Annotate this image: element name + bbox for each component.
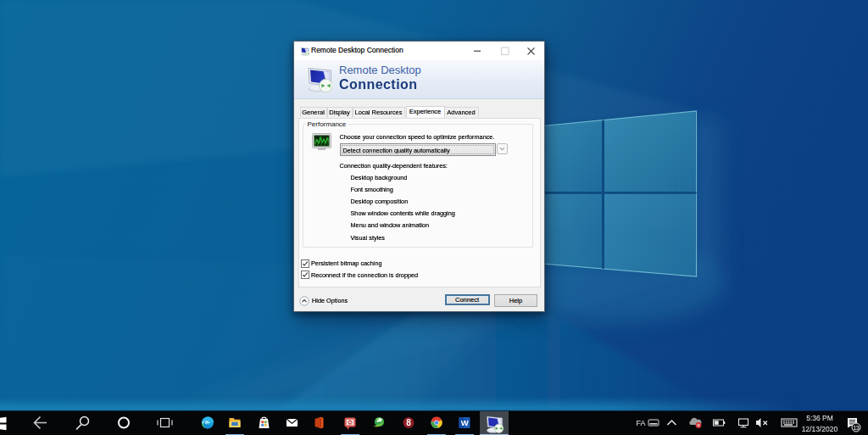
svg-text:5:36 PM: 5:36 PM [806,414,833,422]
svg-text:W: W [461,418,469,427]
svg-text:13: 13 [853,425,860,431]
svg-text:12/13/2020: 12/13/2020 [802,425,838,433]
svg-text:FA: FA [636,419,645,427]
svg-text:8: 8 [406,418,411,427]
